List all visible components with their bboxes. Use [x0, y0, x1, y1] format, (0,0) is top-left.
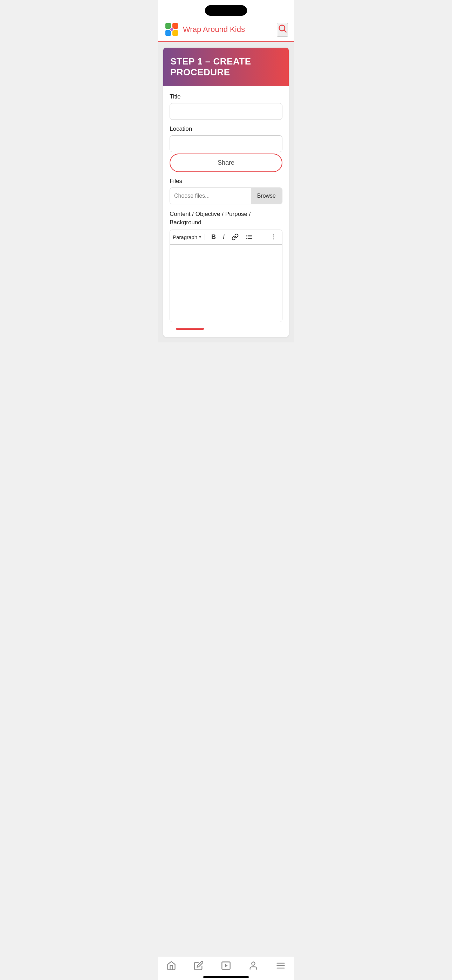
- share-button[interactable]: Share: [170, 154, 282, 172]
- step-header: STEP 1 – CREATE PROCEDURE: [163, 48, 289, 86]
- svg-point-16: [273, 239, 274, 240]
- files-field-group: Files Browse: [170, 178, 282, 204]
- svg-point-5: [170, 28, 173, 31]
- title-label: Title: [170, 93, 282, 100]
- more-options-button[interactable]: [268, 232, 279, 242]
- svg-point-14: [273, 234, 274, 235]
- app-title: Wrap Around Kids: [183, 25, 245, 34]
- toolbar-buttons: B I: [206, 232, 279, 242]
- link-button[interactable]: [229, 232, 241, 242]
- editor-body[interactable]: [170, 245, 282, 322]
- step-body: Title Location Share Files Browse Conten…: [163, 86, 289, 337]
- svg-point-15: [273, 237, 274, 238]
- svg-rect-0: [166, 23, 171, 29]
- location-label: Location: [170, 126, 282, 132]
- content-label: Content / Objective / Purpose / Backgrou…: [170, 210, 282, 227]
- browse-button[interactable]: Browse: [251, 188, 282, 204]
- svg-rect-2: [166, 30, 171, 36]
- editor-toolbar: Paragraph Heading 1 Heading 2 Heading 3 …: [170, 230, 282, 245]
- svg-rect-3: [172, 30, 178, 36]
- app-logo: [164, 22, 180, 37]
- step-title: STEP 1 – CREATE PROCEDURE: [170, 56, 251, 78]
- status-bar: [158, 0, 294, 18]
- location-input[interactable]: [170, 135, 282, 152]
- search-button[interactable]: [277, 23, 288, 37]
- chevron-down-icon: ▾: [199, 234, 201, 239]
- list-button[interactable]: [244, 232, 255, 242]
- title-field-group: Title: [170, 93, 282, 120]
- file-input-row: Browse: [170, 188, 282, 204]
- editor-container: Paragraph Heading 1 Heading 2 Heading 3 …: [170, 229, 282, 322]
- paragraph-style-select[interactable]: Paragraph Heading 1 Heading 2 Heading 3: [173, 234, 197, 240]
- files-label: Files: [170, 178, 282, 185]
- header-left: Wrap Around Kids: [164, 22, 245, 37]
- bold-button[interactable]: B: [209, 232, 218, 242]
- red-accent-bar: [176, 328, 204, 330]
- app-header: Wrap Around Kids: [158, 18, 294, 42]
- italic-button[interactable]: I: [221, 232, 227, 242]
- notch: [205, 5, 247, 16]
- title-input[interactable]: [170, 103, 282, 120]
- file-name-input[interactable]: [170, 188, 251, 204]
- svg-line-7: [284, 30, 286, 32]
- step-card: STEP 1 – CREATE PROCEDURE Title Location…: [163, 48, 289, 337]
- content-field-group: Content / Objective / Purpose / Backgrou…: [170, 210, 282, 322]
- location-field-group: Location Share: [170, 126, 282, 172]
- toolbar-style-wrap: Paragraph Heading 1 Heading 2 Heading 3 …: [173, 234, 205, 240]
- svg-rect-1: [172, 23, 178, 29]
- main-content: STEP 1 – CREATE PROCEDURE Title Location…: [158, 42, 294, 342]
